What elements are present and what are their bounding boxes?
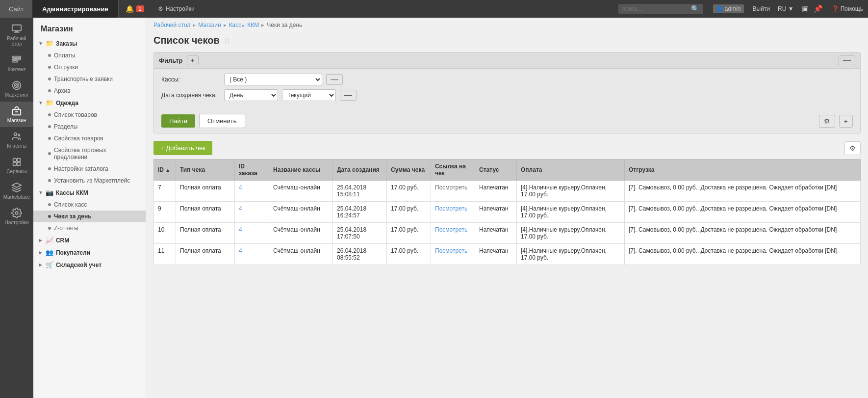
- cell-id: 7: [154, 181, 176, 202]
- cell-link: Посмотреть: [431, 202, 475, 223]
- settings-nav-btn[interactable]: ⚙ Настройки: [151, 5, 202, 12]
- order-link[interactable]: 4: [239, 184, 242, 191]
- nav-item-propgoods[interactable]: Свойства товаров: [33, 133, 146, 144]
- nav-section-crm-header[interactable]: ► 📈 CRM: [33, 234, 146, 246]
- col-header-type: Тип чека: [176, 159, 235, 181]
- sidebar-item-marketing[interactable]: Маркетинг: [0, 76, 33, 102]
- filter-date-current-select[interactable]: Текущий Прошлый: [282, 89, 336, 101]
- shop-icon: [11, 106, 22, 116]
- settings-sidebar-icon: [11, 208, 22, 218]
- desktop-icon: [11, 24, 22, 34]
- sidebar-item-marketplace[interactable]: Marketplace: [0, 178, 33, 204]
- filter-add-condition-btn[interactable]: +: [187, 55, 199, 65]
- svg-rect-4: [13, 58, 21, 60]
- order-link[interactable]: 4: [239, 205, 242, 212]
- sidebar-item-content[interactable]: Контент: [0, 51, 33, 76]
- search-icon: 🔍: [691, 5, 699, 13]
- filter-plus-btn[interactable]: +: [839, 115, 853, 128]
- nav-item-kasslist[interactable]: Список касс: [33, 199, 146, 211]
- filter-find-btn[interactable]: Найти: [161, 114, 195, 128]
- cell-orderid: 4: [235, 202, 269, 223]
- sidebar-item-clients[interactable]: Клиенты: [0, 127, 33, 153]
- cell-orderid: 4: [235, 181, 269, 202]
- help-btn[interactable]: ❓ Помощь: [827, 5, 868, 12]
- nav-item-transport[interactable]: Транспортные заявки: [33, 73, 146, 85]
- nav-item-archive[interactable]: Архив: [33, 85, 146, 97]
- bullet-icon: [48, 137, 51, 140]
- nav-section-warehouse-header[interactable]: ► 🛒 Складской учет: [33, 259, 146, 271]
- filter-kassy-row: Кассы: ( Все ) —: [161, 74, 853, 85]
- filter-gear-btn[interactable]: ⚙: [819, 115, 835, 128]
- receipt-link[interactable]: Посмотреть: [435, 226, 467, 233]
- sidebar-item-services[interactable]: Сервисы: [0, 153, 33, 178]
- nav-item-zreports[interactable]: Z-отчеты: [33, 222, 146, 234]
- site-tab[interactable]: Сайт: [0, 0, 32, 18]
- order-link[interactable]: 4: [239, 247, 242, 254]
- nav-item-sections[interactable]: Разделы: [33, 121, 146, 133]
- nav-section-clothes-header[interactable]: ▼ 📁 Одежда: [33, 97, 146, 109]
- cell-sum: 17.00 руб.: [387, 181, 431, 202]
- filter-cancel-btn[interactable]: Отменить: [199, 114, 245, 128]
- svg-rect-14: [17, 159, 20, 161]
- nav-section-kkm-header[interactable]: ▼ 📷 Кассы ККМ: [33, 186, 146, 199]
- cell-shipment: [7]. Самовывоз, 0.00 руб.. Доставка не р…: [625, 223, 861, 244]
- table-settings-btn[interactable]: ⚙: [844, 141, 861, 155]
- svg-rect-1: [15, 31, 18, 32]
- breadcrumb-shop[interactable]: Магазин: [198, 22, 221, 28]
- nav-item-productlist[interactable]: Список товаров: [33, 109, 146, 121]
- breadcrumb-sep: ▸: [224, 22, 227, 28]
- nav-section-orders-header[interactable]: ▼ 📁 Заказы: [33, 37, 146, 50]
- admin-tab[interactable]: Администрирование: [32, 0, 119, 18]
- logout-btn[interactable]: Выйти: [749, 5, 774, 12]
- col-header-date: Дата создания: [333, 159, 387, 181]
- cell-kassaname: Счётмаш-онлайн: [269, 223, 333, 244]
- nav-item-checksday[interactable]: Чеки за день: [33, 211, 146, 222]
- cell-type: Полная оплата: [176, 244, 235, 265]
- receipt-link[interactable]: Посмотреть: [435, 247, 467, 254]
- content-icon: [11, 54, 22, 65]
- svg-rect-3: [13, 56, 21, 58]
- breadcrumb-sep: ▸: [261, 22, 264, 28]
- sidebar-item-shop[interactable]: Магазин: [0, 102, 33, 127]
- search-input[interactable]: [622, 5, 691, 12]
- nav-item-shipments[interactable]: Отгрузки: [33, 61, 146, 73]
- nav-section-buyers-header[interactable]: ► 👥 Покупатели: [33, 246, 146, 259]
- nav-section-buyers: ► 👥 Покупатели: [33, 246, 146, 259]
- col-header-shipment: Отгрузка: [625, 159, 861, 181]
- breadcrumb-kkm[interactable]: Кассы ККМ: [229, 22, 259, 28]
- user-info[interactable]: 👤 admin: [708, 4, 749, 13]
- filter-kassy-label: Кассы:: [161, 76, 220, 83]
- filter-date-remove-btn[interactable]: —: [340, 90, 357, 101]
- filter-kassy-remove-btn[interactable]: —: [326, 74, 343, 85]
- breadcrumb-desktop[interactable]: Рабочий стол: [153, 22, 190, 28]
- bullet-icon: [48, 89, 51, 92]
- pin-icon[interactable]: 📌: [814, 4, 823, 13]
- main-content: Рабочий стол ▸ Магазин ▸ Кассы ККМ ▸ Чек…: [146, 18, 868, 398]
- sidebar-item-settings[interactable]: Настройки: [0, 204, 33, 229]
- receipt-link[interactable]: Посмотреть: [435, 205, 467, 212]
- nav-item-payments[interactable]: Оплаты: [33, 50, 146, 61]
- order-link[interactable]: 4: [239, 226, 242, 233]
- folder-icon: 📁: [46, 40, 53, 47]
- svg-rect-0: [12, 25, 21, 31]
- user-icon: 👤 admin: [713, 4, 744, 13]
- monitor-icon[interactable]: ▣: [802, 4, 809, 13]
- receipt-link[interactable]: Посмотреть: [435, 184, 467, 191]
- left-sidebar: Рабочий стол Контент Маркетинг Магазин К…: [0, 18, 33, 398]
- col-header-link: Ссылка на чек: [431, 159, 475, 181]
- add-receipt-btn[interactable]: + Добавить чек: [153, 141, 212, 155]
- notifications-btn[interactable]: 🔔 2: [119, 5, 151, 13]
- cell-kassaname: Счётмаш-онлайн: [269, 181, 333, 202]
- filter-minimize-btn[interactable]: —: [839, 55, 855, 65]
- sidebar-item-desktop[interactable]: Рабочий стол: [0, 20, 33, 51]
- nav-item-installmarketplace[interactable]: Установить из Маркетплейс: [33, 175, 146, 186]
- filter-kassy-select[interactable]: ( Все ): [224, 74, 322, 85]
- table-row: 9 Полная оплата 4 Счётмаш-онлайн 25.04.2…: [154, 202, 861, 223]
- filter-date-period-select[interactable]: День Неделя Месяц: [224, 89, 278, 101]
- col-header-id[interactable]: ID ▲: [154, 159, 176, 181]
- lang-selector[interactable]: RU ▼: [774, 5, 798, 12]
- nav-item-catalogsettings[interactable]: Настройки каталога: [33, 163, 146, 175]
- cell-id: 9: [154, 202, 176, 223]
- favorite-star-icon[interactable]: ☆: [224, 36, 230, 45]
- nav-item-propoffers[interactable]: Свойства торговых предложени: [33, 144, 146, 163]
